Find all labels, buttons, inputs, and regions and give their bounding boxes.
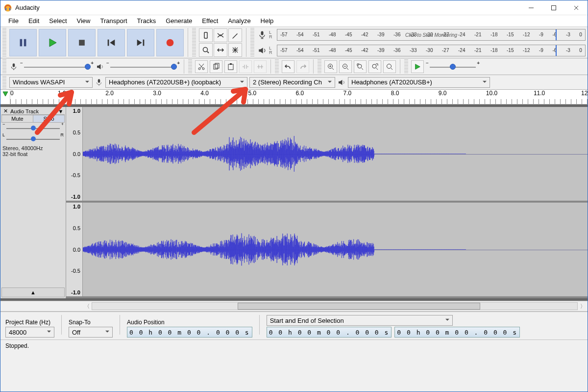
- pause-button[interactable]: [9, 29, 37, 56]
- mute-button[interactable]: Mute: [2, 115, 33, 122]
- zoom-in-icon[interactable]: [324, 60, 337, 73]
- menu-view[interactable]: View: [72, 16, 96, 26]
- close-button[interactable]: [565, 0, 588, 15]
- track-collapse-button[interactable]: ▲: [1, 287, 65, 297]
- zoom-out-icon[interactable]: [339, 60, 352, 73]
- tool-grid: [199, 28, 242, 57]
- track-format-info: Stereo, 48000Hz 32-bit float: [1, 144, 65, 158]
- titlebar: Audacity: [0, 0, 588, 15]
- fit-selection-icon[interactable]: [354, 60, 367, 73]
- recording-meter[interactable]: -57-54-51-48-45-42-39-36-33-30-27-24-21-…: [277, 29, 586, 41]
- recording-device-select[interactable]: Headphones (AT2020USB+) (loopback): [105, 77, 247, 88]
- toolbar-grip[interactable]: [2, 28, 6, 57]
- pin-icon[interactable]: [2, 91, 9, 98]
- svg-rect-3: [552, 5, 556, 10]
- track-close-button[interactable]: ✕: [1, 108, 9, 114]
- envelope-tool-icon[interactable]: [214, 28, 227, 42]
- record-button[interactable]: [156, 29, 184, 56]
- svg-point-21: [358, 64, 362, 68]
- toolbar-grip[interactable]: [250, 28, 254, 57]
- cut-icon[interactable]: [195, 60, 208, 73]
- mic-icon: [95, 78, 103, 87]
- waveform-right[interactable]: [83, 203, 588, 296]
- menu-select[interactable]: Select: [44, 16, 72, 26]
- menu-tracks[interactable]: Tracks: [132, 16, 161, 26]
- copy-icon[interactable]: [210, 60, 222, 73]
- svg-point-9: [167, 39, 174, 46]
- paste-icon[interactable]: [224, 60, 237, 73]
- selection-end-field[interactable]: 0 0 h 0 0 m 0 0 . 0 0 0 s: [394, 327, 520, 338]
- mic-icon: [257, 30, 267, 40]
- draw-tool-icon[interactable]: [228, 28, 242, 42]
- toolbar-grip[interactable]: [318, 59, 321, 74]
- audio-position-label: Audio Position: [127, 319, 252, 326]
- selection-type-select[interactable]: Start and End of Selection: [267, 315, 453, 326]
- toolbar-grip[interactable]: [404, 59, 408, 74]
- menubar: File Edit Select View Transport Tracks G…: [0, 15, 588, 27]
- menu-transport[interactable]: Transport: [95, 16, 132, 26]
- app-window: Audacity File Edit Select View Transport…: [0, 0, 588, 392]
- track-menu-button[interactable]: ▼: [57, 108, 65, 114]
- menu-generate[interactable]: Generate: [161, 16, 197, 26]
- minimize-button[interactable]: [520, 0, 542, 15]
- menu-help[interactable]: Help: [256, 16, 279, 26]
- snap-to-select[interactable]: Off: [69, 327, 113, 338]
- scroll-right-icon[interactable]: 〉: [578, 303, 588, 310]
- undo-icon[interactable]: [282, 60, 294, 73]
- audio-host-select[interactable]: Windows WASAPI: [9, 77, 93, 88]
- toolbar-grip[interactable]: [275, 59, 279, 74]
- toolbar-grip[interactable]: [188, 59, 192, 74]
- silence-icon[interactable]: [254, 60, 267, 73]
- multi-tool-icon[interactable]: [228, 43, 242, 57]
- horizontal-scrollbar[interactable]: 〈 〉: [0, 301, 588, 312]
- skip-end-button[interactable]: [127, 29, 154, 56]
- audio-position-field[interactable]: 0 0 h 0 0 m 0 0 . 0 0 0 s: [127, 327, 252, 338]
- play-button[interactable]: [39, 29, 66, 56]
- svg-rect-18: [230, 63, 232, 65]
- stop-button[interactable]: [68, 29, 96, 56]
- toolbar-grip[interactable]: [2, 76, 6, 88]
- transport-toolbar: LR -57-54-51-48-45-42-39-36-33-30-27-24-…: [0, 27, 588, 58]
- selection-tool-icon[interactable]: [199, 28, 213, 42]
- monitoring-hint: Click to Start Monitoring: [405, 32, 457, 37]
- status-bar: Stopped.: [0, 340, 588, 351]
- speaker-icon: [337, 78, 346, 87]
- selection-start-field[interactable]: 0 0 h 0 0 m 0 0 . 0 0 0 s: [267, 327, 392, 338]
- playback-meter[interactable]: -57-54-51-48-45-42-39-36-33-30-27-24-21-…: [277, 45, 586, 56]
- scroll-left-icon[interactable]: 〈: [82, 303, 92, 310]
- playback-device-select[interactable]: Headphones (AT2020USB+): [348, 77, 490, 88]
- track-gain-slider[interactable]: −+: [3, 125, 63, 131]
- trim-icon[interactable]: [239, 60, 252, 73]
- menu-analyze[interactable]: Analyze: [223, 16, 255, 26]
- track-pan-slider[interactable]: LR: [3, 135, 63, 142]
- toolbar-grip[interactable]: [2, 59, 6, 74]
- menu-edit[interactable]: Edit: [24, 16, 44, 26]
- timeline-ruler[interactable]: 01.02.03.04.05.06.07.08.09.010.011.012.0: [0, 90, 588, 105]
- playback-volume-slider[interactable]: −+: [106, 60, 180, 73]
- skip-start-button[interactable]: [98, 29, 125, 56]
- recording-channels-select[interactable]: 2 (Stereo) Recording Ch: [249, 77, 335, 88]
- menu-file[interactable]: File: [3, 16, 24, 26]
- vertical-scale: 1.00.50.0-0.5-1.0: [66, 107, 83, 201]
- solo-button[interactable]: Solo: [33, 115, 64, 122]
- svg-rect-1: [5, 8, 6, 10]
- fit-project-icon[interactable]: [368, 60, 381, 73]
- svg-point-22: [372, 64, 376, 68]
- project-rate-label: Project Rate (Hz): [5, 319, 54, 326]
- play-at-speed-icon[interactable]: [411, 60, 424, 73]
- timeshift-tool-icon[interactable]: [214, 43, 227, 57]
- waveform-left[interactable]: [83, 107, 588, 201]
- recording-volume-slider[interactable]: −+: [20, 60, 94, 73]
- play-speed-slider[interactable]: −+: [426, 60, 480, 73]
- project-rate-select[interactable]: 48000: [5, 327, 54, 338]
- track-title[interactable]: Audio Track: [9, 108, 57, 114]
- redo-icon[interactable]: [296, 60, 309, 73]
- speaker-icon: [257, 46, 267, 55]
- zoom-tool-icon[interactable]: [199, 43, 213, 57]
- toolbar-grip[interactable]: [192, 28, 196, 57]
- maximize-button[interactable]: [542, 0, 565, 15]
- menu-effect[interactable]: Effect: [197, 16, 223, 26]
- snap-to-label: Snap-To: [69, 319, 113, 326]
- svg-point-23: [387, 64, 392, 68]
- zoom-toggle-icon[interactable]: [383, 60, 396, 73]
